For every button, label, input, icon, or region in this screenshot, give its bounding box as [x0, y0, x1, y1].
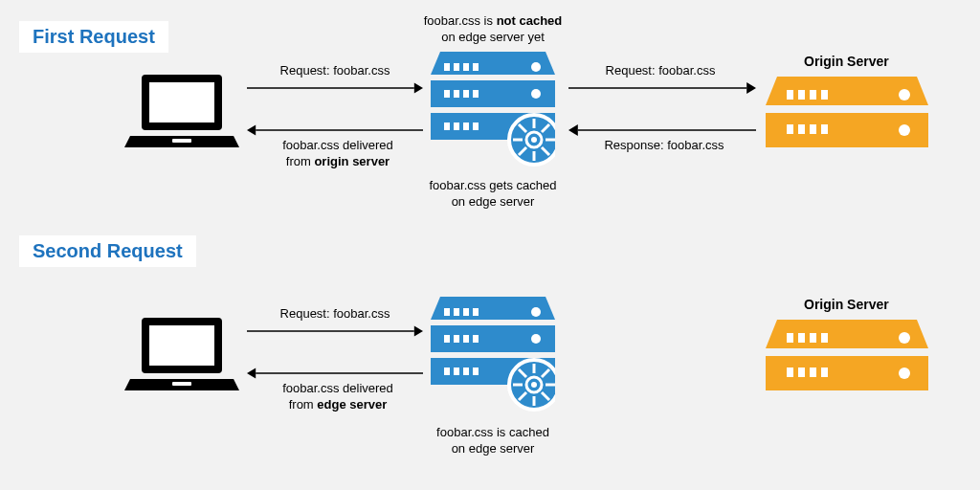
- edge-caption-bot2-line1: foobar.css is cached: [436, 425, 549, 439]
- edge-caption-top-line2: on edge server yet: [441, 30, 545, 44]
- laptop-icon: [124, 312, 239, 398]
- arrow-label-request-1: Request: foobar.css: [268, 63, 402, 79]
- arrow-left-icon: [247, 368, 423, 379]
- edge-caption-top: foobar.css is not cached on edge server …: [421, 13, 565, 46]
- origin-server-icon: [766, 77, 928, 153]
- arrow-right-icon: [568, 82, 756, 94]
- arrow-label-request-2: Request: foobar.css: [593, 63, 727, 79]
- origin-server-icon: [766, 320, 928, 396]
- heading-second-request: Second Request: [19, 235, 196, 267]
- origin-server-title: Origin Server: [804, 54, 889, 69]
- arrow-label-response-1-bold: origin server: [314, 154, 390, 168]
- laptop-icon: [124, 69, 239, 155]
- edge-caption-bottom: foobar.css gets cached on edge server: [416, 178, 569, 211]
- edge-caption-top-bold: not cached: [497, 13, 563, 28]
- arrow-right-icon: [247, 325, 423, 337]
- arrow-label-response-1: foobar.css delivered from origin server: [266, 138, 410, 170]
- arrow-label-response-2: Response: foobar.css: [588, 138, 741, 154]
- arrow-label-response-3-from: from: [289, 397, 318, 412]
- arrow-label-response-3-bold: edge server: [317, 397, 387, 412]
- arrow-label-response-1-from: from: [286, 154, 315, 168]
- arrow-label-request-3: Request: foobar.css: [268, 306, 402, 323]
- edge-caption-bot-line2: on edge server: [452, 194, 535, 209]
- arrow-label-response-3: foobar.css delivered from edge server: [266, 381, 410, 413]
- arrow-label-response-1-line1: foobar.css delivered: [282, 138, 393, 152]
- edge-caption-bot-line1: foobar.css gets cached: [430, 178, 557, 192]
- edge-caption-top-text: foobar.css is: [424, 13, 497, 28]
- edge-caption-bottom-2: foobar.css is cached on edge server: [421, 425, 565, 457]
- arrow-left-icon: [568, 124, 756, 136]
- arrow-right-icon: [247, 82, 423, 94]
- arrow-label-response-3-line1: foobar.css delivered: [282, 381, 393, 395]
- heading-first-request: First Request: [19, 21, 168, 53]
- origin-server-title: Origin Server: [804, 297, 889, 312]
- edge-server-cache-icon: [431, 297, 555, 421]
- arrow-left-icon: [247, 124, 423, 136]
- edge-caption-bot2-line2: on edge server: [452, 441, 535, 456]
- edge-server-cache-icon: [431, 52, 555, 176]
